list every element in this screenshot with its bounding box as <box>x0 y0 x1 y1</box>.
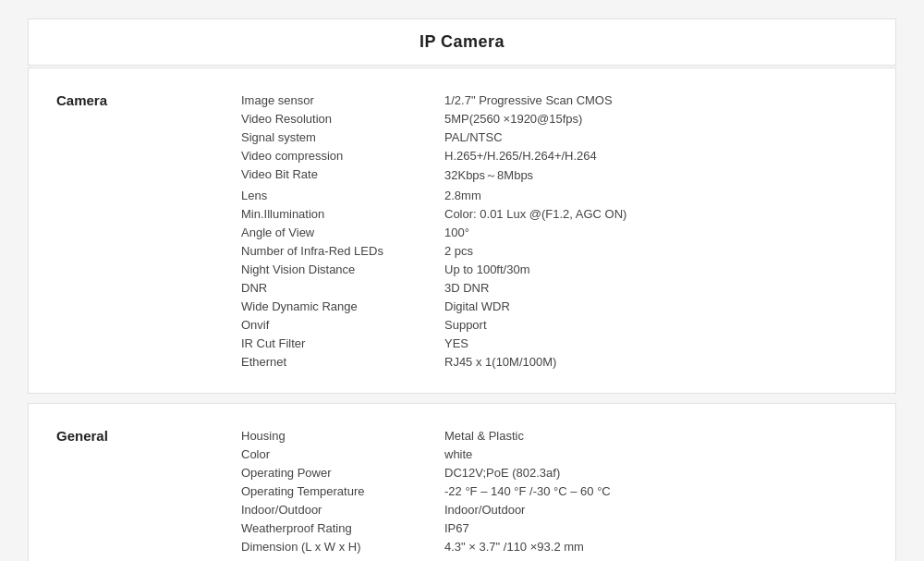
spec-value: 0.9lbs /400g <box>444 558 868 562</box>
table-row: Wide Dynamic RangeDigital WDR <box>241 297 868 315</box>
spec-key: Angle of View <box>241 226 444 239</box>
table-row: Weight0.9lbs /400g <box>241 555 868 561</box>
spec-key: Weight <box>241 558 444 562</box>
table-row: Lens2.8mm <box>241 186 868 204</box>
table-row: Dimension (L x W x H)4.3" × 3.7" /110 ×9… <box>241 537 868 555</box>
spec-key: Signal system <box>241 130 444 144</box>
spec-key: Min.Illumination <box>241 207 444 221</box>
spec-key: Housing <box>241 429 444 443</box>
table-row: Min.IlluminationColor: 0.01 Lux @(F1.2, … <box>241 204 868 223</box>
spec-value: Color: 0.01 Lux @(F1.2, AGC ON) <box>444 207 868 221</box>
spec-key: Weatherproof Rating <box>241 521 444 535</box>
spec-value: 32Kbps～8Mbps <box>444 167 868 184</box>
table-row: IR Cut FilterYES <box>241 334 868 352</box>
spec-value: Up to 100ft/30m <box>444 262 868 276</box>
spec-key: Operating Power <box>241 466 444 480</box>
general-spec-table: HousingMetal & PlasticColorwhiteOperatin… <box>241 426 868 561</box>
table-row: Angle of View100° <box>241 223 868 241</box>
spec-key: Number of Infra-Red LEDs <box>241 244 444 258</box>
table-row: Video Resolution5MP(2560 ×1920@15fps) <box>241 109 868 128</box>
spec-key: Wide Dynamic Range <box>241 299 444 313</box>
spec-value: 2 pcs <box>444 244 868 258</box>
table-row: Signal systemPAL/NTSC <box>241 128 868 146</box>
spec-key: DNR <box>241 281 444 295</box>
spec-key: Operating Temperature <box>241 484 444 498</box>
spec-key: Night Vision Distance <box>241 262 444 276</box>
spec-value: PAL/NTSC <box>444 130 868 144</box>
table-row: Colorwhite <box>241 445 868 463</box>
spec-value: 5MP(2560 ×1920@15fps) <box>444 112 868 126</box>
spec-key: Ethernet <box>241 355 444 369</box>
spec-value: 100° <box>444 226 868 239</box>
table-row: Video Bit Rate32Kbps～8Mbps <box>241 165 868 186</box>
spec-value: YES <box>444 336 868 350</box>
table-row: Indoor/OutdoorIndoor/Outdoor <box>241 500 868 518</box>
spec-key: Color <box>241 447 444 461</box>
table-row: Image sensor1/2.7" Progressive Scan CMOS <box>241 91 868 109</box>
camera-spec-table: Image sensor1/2.7" Progressive Scan CMOS… <box>241 91 868 371</box>
table-row: DNR3D DNR <box>241 278 868 297</box>
table-row: Operating Temperature-22 °F – 140 °F /-3… <box>241 482 868 500</box>
page-title: IP Camera <box>29 32 895 52</box>
spec-key: Indoor/Outdoor <box>241 503 444 517</box>
spec-value: -22 °F – 140 °F /-30 °C – 60 °C <box>444 484 868 498</box>
table-row: Video compressionH.265+/H.265/H.264+/H.2… <box>241 146 868 165</box>
spec-value: RJ45 x 1(10M/100M) <box>444 355 868 369</box>
spec-key: Onvif <box>241 318 444 332</box>
spec-value: H.265+/H.265/H.264+/H.264 <box>444 149 868 163</box>
spec-key: Video Bit Rate <box>241 167 444 181</box>
spec-key: IR Cut Filter <box>241 336 444 350</box>
camera-label: Camera <box>56 91 241 108</box>
table-row: OnvifSupport <box>241 315 868 334</box>
spec-key: Video compression <box>241 149 444 163</box>
spec-value: DC12V;PoE (802.3af) <box>444 466 868 480</box>
table-row: Night Vision DistanceUp to 100ft/30m <box>241 260 868 278</box>
spec-value: 4.3" × 3.7" /110 ×93.2 mm <box>444 540 868 554</box>
table-row: Weatherproof RatingIP67 <box>241 518 868 537</box>
table-row: Operating PowerDC12V;PoE (802.3af) <box>241 463 868 482</box>
spec-value: IP67 <box>444 521 868 535</box>
table-row: HousingMetal & Plastic <box>241 426 868 445</box>
spec-value: Digital WDR <box>444 299 868 313</box>
spec-key: Dimension (L x W x H) <box>241 540 444 554</box>
spec-value: Support <box>444 318 868 332</box>
spec-key: Image sensor <box>241 93 444 107</box>
spec-value: Metal & Plastic <box>444 429 868 443</box>
general-label: General <box>56 426 241 444</box>
spec-value: Indoor/Outdoor <box>444 503 868 517</box>
page-wrapper: IP Camera Camera Image sensor1/2.7" Prog… <box>0 0 924 561</box>
spec-value: white <box>444 447 868 461</box>
title-bar: IP Camera <box>28 18 896 66</box>
spec-value: 2.8mm <box>444 189 868 202</box>
spec-value: 3D DNR <box>444 281 868 295</box>
table-row: Number of Infra-Red LEDs2 pcs <box>241 241 868 260</box>
spec-key: Video Resolution <box>241 112 444 126</box>
general-section: General HousingMetal & PlasticColorwhite… <box>28 403 896 561</box>
spec-key: Lens <box>241 189 444 202</box>
camera-section: Camera Image sensor1/2.7" Progressive Sc… <box>28 67 896 394</box>
table-row: EthernetRJ45 x 1(10M/100M) <box>241 352 868 371</box>
spec-value: 1/2.7" Progressive Scan CMOS <box>444 93 868 107</box>
